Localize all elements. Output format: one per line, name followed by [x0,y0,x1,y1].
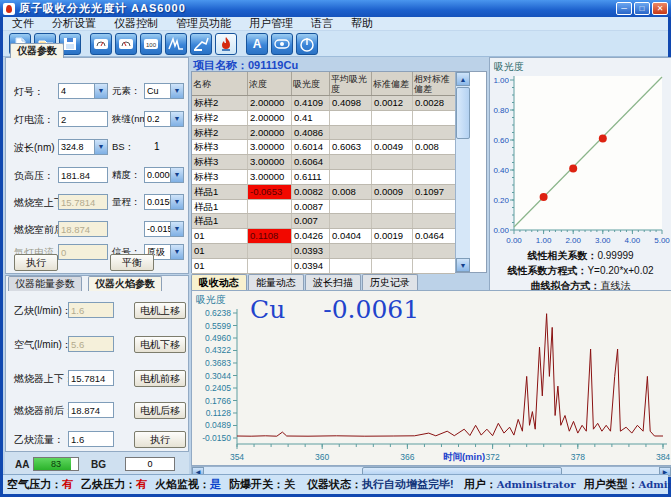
percent-meter-icon[interactable]: 100 [140,33,162,55]
burner-icon[interactable] [190,33,212,55]
precision-select[interactable]: 0.0000▼ [144,167,184,183]
menu-analysis-settings[interactable]: 分析设置 [43,16,105,31]
cell-avg [330,155,372,169]
execute-button[interactable]: 执行 [14,254,58,271]
titlebar: 原子吸收分光光度计 AAS6000 ─ □ ✕ [0,0,671,17]
tab-instrument-params[interactable]: 仪器参数 [10,43,64,58]
app-icon [3,3,15,15]
chevron-down-icon[interactable]: ▼ [170,245,183,259]
menu-user-management[interactable]: 用户管理 [240,16,302,31]
cell-conc: 0.1108 [248,229,292,243]
motor-up-button[interactable]: 电机上移 [134,302,186,319]
cell-std: 0.0019 [372,229,413,243]
aa-progress-value: 83 [34,458,78,470]
table-row[interactable]: 样品1-0.06530.00820.0080.00090.1097 [192,185,455,200]
cell-conc [248,214,292,228]
lamp-icon[interactable] [271,33,293,55]
cell-conc: 2.00000 [248,96,292,110]
menu-admin-functions[interactable]: 管理员功能 [167,16,240,31]
cell-abs: 0.0082 [292,185,330,199]
motor-forward-button[interactable]: 电机前移 [134,370,186,387]
svg-text:354: 354 [230,452,244,462]
cell-name: 01 [192,259,248,273]
energy-meter-icon[interactable] [90,33,112,55]
cell-conc: 3.00000 [248,155,292,169]
svg-text:0.00: 0.00 [493,226,509,235]
table-row[interactable]: 标样33.000000.6064 [192,155,455,170]
cell-name: 标样2 [192,126,248,140]
range2-select[interactable]: -0.0150▼ [144,221,184,237]
range-select[interactable]: 0.0150▼ [144,194,184,210]
absorbance-chart: 0.62380.55990.49600.43220.36830.30440.24… [192,305,671,465]
close-button[interactable]: ✕ [652,2,668,15]
motor-down-button[interactable]: 电机下移 [134,336,186,353]
chevron-down-icon[interactable]: ▼ [94,140,107,154]
table-row[interactable]: 010.11080.04260.04040.00190.0464 [192,229,455,244]
chevron-down-icon[interactable]: ▼ [170,84,183,98]
peak-scan-icon[interactable] [165,33,187,55]
chevron-down-icon[interactable]: ▼ [170,112,183,126]
tab-energy-params[interactable]: 仪器能量参数 [8,276,82,291]
tab-wavelength-scan[interactable]: 波长扫描 [305,274,361,290]
wavelength-tool-icon[interactable]: A [246,33,268,55]
table-row[interactable]: 样品10.0087 [192,200,455,215]
scroll-up-icon[interactable]: ▲ [456,72,470,86]
flame-execute-button[interactable]: 执行 [134,431,186,448]
svg-text:2.00: 2.00 [565,236,581,245]
svg-text:0.2405: 0.2405 [205,383,231,393]
motor-back-button[interactable]: 电机后移 [134,402,186,419]
scroll-down-icon[interactable]: ▼ [456,258,470,272]
hv-input[interactable] [58,167,108,183]
results-table-body: 标样22.000000.41090.40980.00120.0028标样22.0… [192,96,455,274]
chevron-down-icon[interactable]: ▼ [170,222,183,236]
table-row[interactable]: 标样22.000000.41090.40980.00120.0028 [192,96,455,111]
maximize-button[interactable]: □ [634,2,650,15]
svg-text:366: 366 [400,452,414,462]
tab-energy-dynamic[interactable]: 能量动态 [248,274,304,290]
cell-abs: 0.6111 [292,170,330,184]
project-label: 项目名称： [193,59,248,71]
table-row[interactable]: 标样22.000000.4086 [192,126,455,141]
tab-flame-params[interactable]: 仪器火焰参数 [88,276,162,291]
minimize-button[interactable]: ─ [616,2,632,15]
chevron-down-icon[interactable]: ▼ [94,84,107,98]
table-row[interactable]: 010.0393 [192,244,455,259]
cell-name: 标样2 [192,111,248,125]
svg-text:372: 372 [486,452,500,462]
menu-instrument-control[interactable]: 仪器控制 [105,16,167,31]
scroll-thumb[interactable] [456,87,470,139]
burner-updown2-input[interactable] [68,370,114,386]
lamp-no-value: 4 [59,84,94,98]
chevron-down-icon[interactable]: ▼ [170,168,183,182]
c2h2-flow-input[interactable] [68,431,114,447]
slit-select[interactable]: 0.2▼ [144,111,184,127]
burner-frontback2-input[interactable] [68,402,114,418]
table-scrollbar[interactable]: ▲ ▼ [455,72,470,272]
wavelength-select[interactable]: 324.8▼ [58,139,108,155]
table-row[interactable]: 标样33.000000.6111 [192,170,455,185]
svg-text:0.00: 0.00 [506,236,522,245]
menu-file[interactable]: 文件 [3,16,43,31]
instrument-params-panel: 仪器参数 灯号： 4▼ 元素： Cu▼ 灯电流： 狭缝(nm)： 0.2▼ 波长… [5,57,189,274]
element-select[interactable]: Cu▼ [144,83,184,99]
burner-updown-input [58,194,108,210]
svg-text:378: 378 [571,452,585,462]
lamp-no-select[interactable]: 4▼ [58,83,108,99]
gain-meter-icon[interactable] [115,33,137,55]
power-icon[interactable] [296,33,318,55]
cell-conc [248,200,292,214]
chevron-down-icon[interactable]: ▼ [170,195,183,209]
balance-button[interactable]: 平衡 [110,254,154,271]
lamp-current-input[interactable] [58,111,108,127]
table-row[interactable]: 标样33.000000.60140.60630.00490.008 [192,140,455,155]
flame-icon[interactable] [215,33,237,55]
cell-rsd [413,126,455,140]
menu-language[interactable]: 语言 [302,16,342,31]
precision-value: 0.0000 [145,168,170,182]
table-row[interactable]: 标样22.000000.41 [192,111,455,126]
tab-absorption-dynamic[interactable]: 吸收动态 [191,274,247,290]
menu-help[interactable]: 帮助 [342,16,382,31]
table-row[interactable]: 样品10.007 [192,214,455,229]
table-row[interactable]: 010.0394 [192,259,455,274]
tab-history[interactable]: 历史记录 [362,274,418,290]
